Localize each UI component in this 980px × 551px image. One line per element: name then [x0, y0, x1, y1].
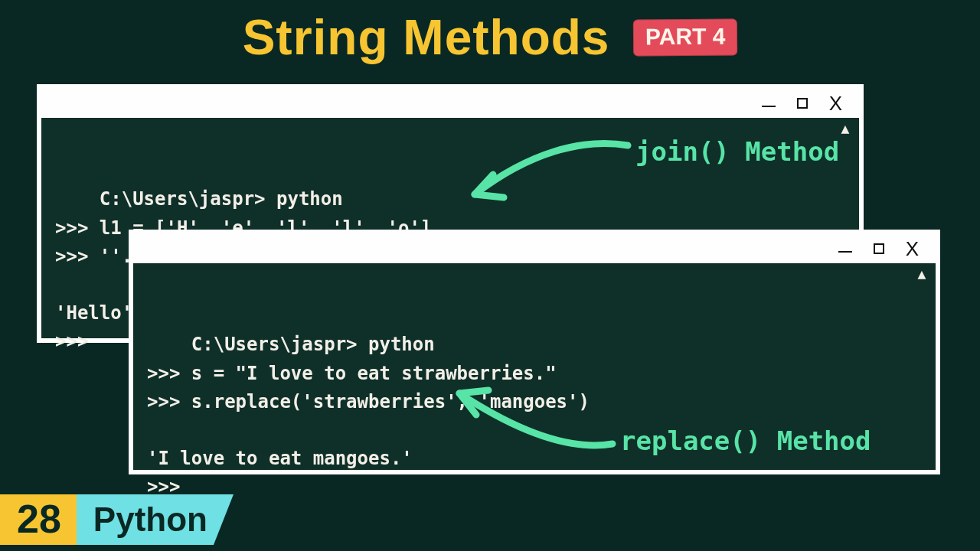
minimize-icon[interactable] — [762, 106, 776, 107]
arrow-icon — [444, 130, 635, 214]
maximize-icon[interactable] — [874, 243, 884, 254]
maximize-icon[interactable] — [797, 98, 808, 109]
arrow-icon — [429, 375, 620, 459]
minimize-icon[interactable] — [838, 251, 852, 253]
titlebar: X — [41, 89, 859, 118]
titlebar: X — [133, 234, 936, 263]
scroll-up-icon[interactable]: ▲ — [914, 268, 929, 280]
part-badge: PART 4 — [633, 18, 738, 56]
episode-number: 28 — [0, 494, 77, 545]
close-icon[interactable]: X — [906, 239, 919, 259]
scroll-up-icon[interactable]: ▲ — [838, 122, 853, 135]
episode-language: Python — [77, 494, 234, 545]
header: String Methods PART 4 — [0, 9, 980, 66]
episode-bar: 28 Python — [0, 494, 234, 545]
callout-replace: replace() Method — [620, 425, 871, 456]
close-icon[interactable]: X — [829, 93, 842, 113]
page-title: String Methods — [243, 9, 610, 66]
callout-join: join() Method — [635, 136, 839, 167]
